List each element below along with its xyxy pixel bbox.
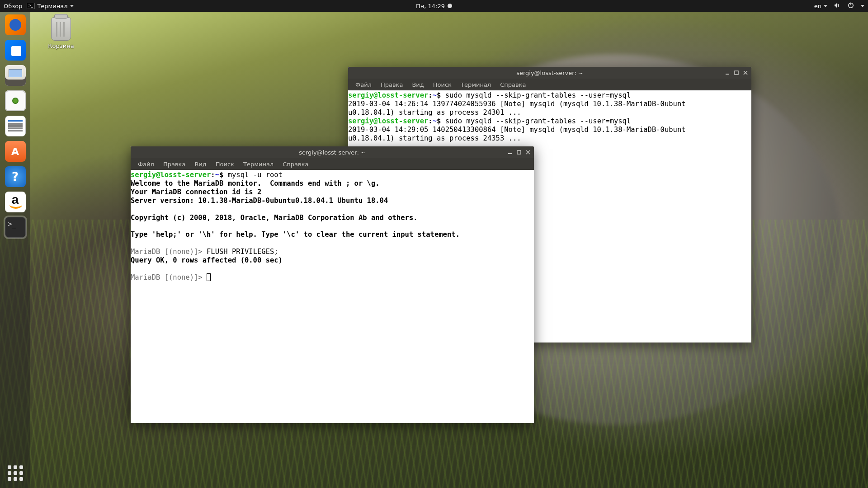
activities-button[interactable]: Обзор (4, 3, 22, 9)
output-line: u0.18.04.1) starting as process 24353 ..… (348, 134, 521, 142)
dock-app-help[interactable] (5, 166, 26, 187)
app-menu[interactable]: Терминал (27, 3, 73, 9)
prompt-sigil: $ (437, 117, 441, 125)
trash-icon (51, 17, 71, 41)
output-line: Type 'help;' or '\h' for help. Type '\c'… (131, 230, 460, 239)
prompt-userhost: sergiy@losst-server (348, 117, 428, 125)
dock-app-software[interactable] (5, 141, 26, 162)
dock (0, 12, 30, 488)
output-line: u0.18.04.1) starting as process 24301 ..… (348, 108, 521, 117)
menu-help[interactable]: Справка (495, 79, 530, 90)
notification-dot-icon (448, 4, 452, 8)
mariadb-prompt: MariaDB [(none)]> (131, 273, 207, 282)
sql-statement: FLUSH PRIVILEGES; (207, 248, 278, 256)
dock-app-rhythmbox[interactable] (5, 90, 26, 111)
input-source[interactable]: en (814, 3, 827, 9)
show-applications-button[interactable] (5, 463, 26, 483)
terminal-icon (27, 3, 35, 9)
power-icon[interactable] (847, 2, 854, 10)
mariadb-prompt: MariaDB [(none)]> (131, 248, 207, 256)
desktop-trash[interactable]: Корзина (41, 17, 81, 49)
output-line: 2019-03-04 14:26:14 139774024055936 [Not… (348, 100, 686, 108)
trash-label: Корзина (41, 42, 81, 49)
dock-app-files[interactable] (5, 65, 26, 86)
app-menu-label: Терминал (37, 3, 67, 9)
chevron-down-icon (70, 5, 74, 7)
dock-app-firefox[interactable] (5, 14, 26, 35)
dock-app-thunderbird[interactable] (5, 40, 26, 61)
output-line: 2019-03-04 14:29:05 140250413300864 [Not… (348, 126, 686, 134)
clock-label: Пн, 14:29 (416, 3, 445, 9)
menu-file[interactable]: Файл (133, 158, 159, 170)
close-button[interactable] (524, 148, 532, 156)
maximize-button[interactable] (732, 69, 741, 77)
menubar: Файл Правка Вид Поиск Терминал Справка (348, 79, 751, 90)
terminal-output[interactable]: sergiy@losst-server:~$ mysql -u root Wel… (131, 170, 534, 423)
menu-help[interactable]: Справка (278, 158, 313, 170)
titlebar[interactable]: sergiy@losst-server: ~ (131, 146, 534, 158)
terminal-window-front[interactable]: sergiy@losst-server: ~ Файл Правка Вид П… (131, 146, 534, 423)
prompt-path: ~ (433, 91, 437, 99)
minimize-button[interactable] (506, 148, 514, 156)
menubar: Файл Правка Вид Поиск Терминал Справка (131, 158, 534, 170)
prompt-path: ~ (433, 117, 437, 125)
output-line: Welcome to the MariaDB monitor. Commands… (131, 179, 380, 188)
clock-area[interactable]: Пн, 14:29 (416, 3, 452, 9)
window-title: sergiy@losst-server: ~ (516, 70, 583, 76)
output-line: Your MariaDB connection id is 2 (131, 188, 261, 196)
minimize-button[interactable] (723, 69, 731, 77)
prompt-userhost: sergiy@losst-server (131, 171, 211, 179)
window-title: sergiy@losst-server: ~ (299, 149, 366, 156)
dock-app-amazon[interactable] (5, 192, 26, 212)
dock-app-writer[interactable] (5, 116, 26, 136)
chevron-down-icon (824, 5, 827, 7)
svg-rect-1 (850, 2, 851, 5)
menu-terminal[interactable]: Терминал (456, 79, 495, 90)
svg-rect-3 (735, 71, 738, 75)
prompt-sigil: $ (437, 91, 441, 99)
command-text: sudo mysqld --skip-grant-tables --user=m… (445, 91, 631, 99)
command-text: sudo mysqld --skip-grant-tables --user=m… (445, 117, 631, 125)
command-text: mysql -u root (228, 171, 283, 179)
menu-edit[interactable]: Правка (159, 158, 190, 170)
close-button[interactable] (741, 69, 750, 77)
prompt-userhost: sergiy@losst-server (348, 91, 428, 99)
desktop: Обзор Терминал Пн, 14:29 en (0, 0, 868, 488)
menu-view[interactable]: Вид (190, 158, 211, 170)
output-line: Server version: 10.1.38-MariaDB-0ubuntu0… (131, 197, 388, 205)
cursor-icon (207, 273, 211, 281)
prompt-sigil: $ (219, 171, 223, 179)
prompt-path: ~ (215, 171, 219, 179)
titlebar[interactable]: sergiy@losst-server: ~ (348, 67, 751, 79)
input-source-label: en (814, 3, 821, 9)
gnome-topbar: Обзор Терминал Пн, 14:29 en (0, 0, 868, 12)
output-line: Query OK, 0 rows affected (0.00 sec) (131, 256, 283, 264)
output-line: Copyright (c) 2000, 2018, Oracle, MariaD… (131, 214, 418, 222)
volume-icon[interactable] (834, 2, 841, 10)
svg-rect-4 (508, 153, 512, 154)
menu-terminal[interactable]: Терминал (239, 158, 278, 170)
svg-rect-2 (726, 74, 729, 75)
menu-view[interactable]: Вид (407, 79, 428, 90)
menu-file[interactable]: Файл (351, 79, 376, 90)
menu-search[interactable]: Поиск (429, 79, 456, 90)
maximize-button[interactable] (515, 148, 523, 156)
chevron-down-icon (861, 5, 864, 7)
dock-app-terminal[interactable] (5, 217, 26, 238)
menu-search[interactable]: Поиск (211, 158, 239, 170)
svg-rect-5 (517, 150, 521, 154)
menu-edit[interactable]: Правка (376, 79, 407, 90)
